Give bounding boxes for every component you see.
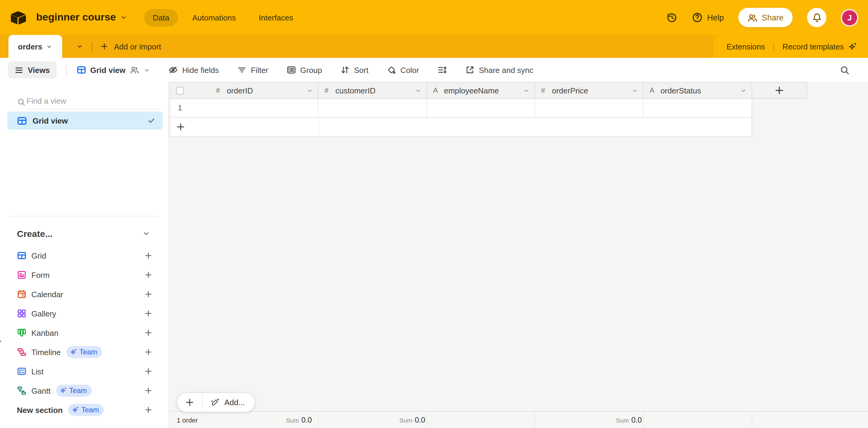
add-section-button[interactable] (144, 406, 153, 414)
column-header-employeename[interactable]: A employeeName (427, 82, 535, 99)
filter-label: Filter (251, 65, 269, 74)
find-view-input[interactable] (27, 95, 160, 110)
extensions-button[interactable]: Extensions (726, 42, 765, 51)
form-icon (17, 270, 27, 280)
group-button[interactable]: Group (286, 65, 322, 75)
add-list-view-button[interactable] (144, 367, 153, 375)
table-tab-orders[interactable]: orders (8, 35, 62, 58)
add-with-ai-button[interactable]: Add... (203, 393, 254, 412)
team-badge-label: Team (79, 348, 97, 356)
sidebar-item-gantt[interactable]: Gantt Team (0, 381, 168, 400)
help-label: Help (707, 13, 724, 22)
record-templates-button[interactable]: Record templates (782, 42, 857, 51)
hide-fields-button[interactable]: Hide fields (168, 65, 219, 75)
sparkle-icon (60, 387, 67, 394)
add-kanban-view-button[interactable] (144, 329, 153, 337)
field-chevron-icon[interactable] (415, 87, 422, 94)
sidebar-item-list[interactable]: List (0, 362, 168, 381)
tools-divider (773, 42, 774, 51)
sidebar-item-grid-view[interactable]: Grid view (7, 111, 163, 130)
sidebar-item-kanban[interactable]: Kanban (0, 323, 168, 342)
find-view-row (0, 95, 168, 111)
row-number[interactable]: 1 (169, 99, 318, 118)
sidebar-item-timeline[interactable]: Timeline Team (0, 342, 168, 362)
sidebar-item-gallery[interactable]: Gallery (0, 304, 168, 323)
create-chevron-down-icon (142, 229, 150, 237)
table-row[interactable]: 1 (169, 99, 752, 118)
avatar[interactable]: J (841, 9, 858, 26)
toolbar-divider (66, 65, 67, 75)
external-link-icon (465, 65, 475, 75)
add-calendar-view-button[interactable] (144, 290, 153, 298)
row-height-button[interactable] (437, 65, 447, 75)
add-or-import-label: Add or import (114, 42, 161, 51)
field-chevron-icon[interactable] (740, 87, 747, 94)
eye-slash-icon (168, 65, 178, 75)
list-icon (17, 366, 27, 376)
add-form-view-button[interactable] (144, 271, 153, 279)
filter-button[interactable]: Filter (237, 65, 269, 75)
select-all-checkbox[interactable] (176, 87, 184, 95)
cell-customerid[interactable] (318, 99, 427, 118)
sum-label: Sum (286, 416, 299, 424)
summary-cell-employeename[interactable] (427, 412, 535, 428)
add-gantt-view-button[interactable] (144, 386, 153, 395)
sidebar-item-form[interactable]: Form (0, 265, 168, 285)
all-tables-chevron-icon[interactable] (76, 43, 83, 50)
sidebar-item-grid[interactable]: Grid (0, 246, 168, 265)
sort-button[interactable]: Sort (340, 65, 369, 75)
share-and-sync-button[interactable]: Share and sync (465, 65, 533, 75)
tabbar-right-tools: Extensions Record templates (713, 35, 868, 58)
summary-cell-orderid[interactable]: 1 order Sum 0.0 (169, 412, 318, 428)
tab-data[interactable]: Data (145, 9, 178, 26)
summary-cell-customerid[interactable]: Sum 0.0 (318, 412, 427, 428)
add-field-button[interactable] (752, 82, 807, 99)
grid-view-icon (76, 65, 86, 75)
history-icon[interactable] (666, 12, 677, 23)
cell-employeename[interactable] (427, 99, 535, 118)
tab-automations[interactable]: Automations (184, 9, 244, 26)
add-or-import-button[interactable]: Add or import (100, 42, 161, 51)
share-button[interactable]: Share (738, 8, 793, 27)
calendar-icon: 31 (17, 289, 27, 299)
add-record-row[interactable] (169, 118, 752, 137)
view-chevron-down-icon (144, 67, 150, 73)
item-label: Calendar (31, 290, 63, 299)
sidebar-item-new-section[interactable]: New section Team (0, 400, 168, 420)
field-chevron-icon[interactable] (306, 87, 313, 94)
current-view-button[interactable]: Grid view (76, 65, 150, 75)
cell-orderprice[interactable] (535, 99, 644, 118)
grid-view-area: # orderID # customerID A employeeName # (169, 82, 868, 428)
help-button[interactable]: Help (692, 12, 724, 23)
add-record-plus-button[interactable] (177, 393, 203, 412)
tab-interfaces[interactable]: Interfaces (250, 9, 302, 26)
cell-orderstatus[interactable] (644, 99, 752, 118)
add-gallery-view-button[interactable] (144, 309, 153, 318)
team-badge: Team (56, 385, 92, 397)
view-collaborators-icon (130, 65, 140, 75)
column-header-orderprice[interactable]: # orderPrice (535, 82, 644, 99)
column-header-customerid[interactable]: # customerID (318, 82, 427, 99)
color-button[interactable]: Color (386, 65, 419, 75)
airtable-app: beginner course Data Automations Interfa… (0, 0, 868, 428)
summary-cell-orderprice[interactable]: Sum 0.0 (535, 412, 644, 428)
field-name: orderPrice (552, 86, 588, 95)
item-label: Form (31, 270, 50, 279)
item-label: Gallery (31, 309, 56, 318)
field-chevron-icon[interactable] (631, 87, 638, 94)
workspace-chevron-down-icon[interactable] (120, 14, 128, 21)
column-header-orderid[interactable]: # orderID (169, 82, 318, 99)
notifications-button[interactable] (807, 8, 826, 27)
views-button[interactable]: Views (8, 62, 56, 78)
summary-cell-orderstatus[interactable] (644, 412, 752, 428)
search-icon[interactable] (840, 65, 850, 75)
add-grid-view-button[interactable] (144, 251, 153, 260)
workspace-title[interactable]: beginner course (36, 11, 116, 24)
group-icon (286, 65, 296, 75)
add-timeline-view-button[interactable] (144, 348, 153, 356)
field-chevron-icon[interactable] (523, 87, 530, 94)
create-section-header[interactable]: Create... (0, 224, 168, 242)
sidebar-item-calendar[interactable]: 31 Calendar (0, 285, 168, 304)
airtable-logo-icon[interactable] (10, 10, 26, 25)
column-header-orderstatus[interactable]: A orderStatus (644, 82, 752, 99)
